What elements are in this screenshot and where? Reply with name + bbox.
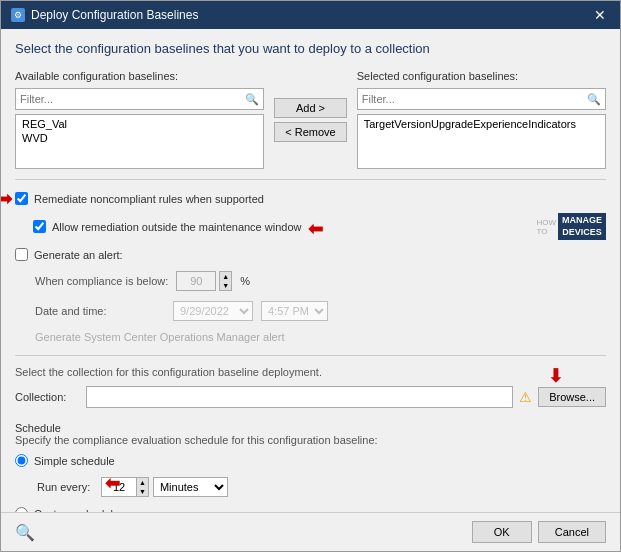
divider2	[15, 355, 606, 356]
arrow-down-icon: ⬇	[548, 365, 563, 387]
compliance-unit: %	[240, 275, 250, 287]
available-list[interactable]: REG_Val WVD	[15, 114, 264, 169]
run-every-unit-select[interactable]: Minutes Hours Days	[153, 477, 228, 497]
footer-search-icon: 🔍	[15, 524, 35, 541]
footer-search-area: 🔍	[15, 523, 35, 542]
collection-row: Collection: ⚠ ⬇ Browse...	[15, 386, 606, 408]
browse-container: ⬇ Browse...	[538, 387, 606, 407]
schedule-label: Schedule	[15, 422, 606, 434]
allow-remediation-checkbox[interactable]	[33, 220, 46, 233]
remediate-checkbox[interactable]	[15, 192, 28, 205]
selected-filter-input[interactable]	[362, 93, 587, 105]
collection-label: Collection:	[15, 391, 80, 403]
allow-remediation-row: Allow remediation outside the maintenanc…	[15, 218, 301, 235]
warning-icon: ⚠	[519, 389, 532, 405]
logo-area: HOWTO MANAGEDEVICES	[536, 213, 606, 240]
divider1	[15, 179, 606, 180]
arrow-run-every-icon: ➡	[105, 473, 120, 495]
available-filter-input[interactable]	[20, 93, 245, 105]
compliance-spinner[interactable]: ▲ ▼	[219, 271, 232, 291]
cancel-button[interactable]: Cancel	[538, 521, 606, 543]
date-select[interactable]: 9/29/2022	[173, 301, 253, 321]
footer: 🔍 OK Cancel	[1, 512, 620, 551]
simple-schedule-row: Simple schedule	[15, 452, 606, 469]
time-select[interactable]: 4:57 PM	[261, 301, 328, 321]
compliance-label: When compliance is below:	[35, 275, 168, 287]
logo-how-text: HOWTO	[536, 218, 556, 236]
list-item[interactable]: WVD	[18, 131, 261, 145]
collection-section-label: Select the collection for this configura…	[15, 366, 606, 378]
page-title: Select the configuration baselines that …	[15, 41, 606, 56]
close-button[interactable]: ✕	[590, 7, 610, 23]
arrow-left-icon: ➡	[1, 188, 12, 210]
run-every-row: Run every: ▲ ▼ ➡ Minutes Hours Days	[15, 475, 606, 499]
compliance-down-button[interactable]: ▼	[220, 281, 231, 290]
content-area: Select the configuration baselines that …	[1, 29, 620, 512]
custom-schedule-row: Custom schedule	[15, 505, 606, 512]
selected-list[interactable]: TargetVersionUpgradeExperienceIndicators	[357, 114, 606, 169]
run-every-label: Run every:	[37, 481, 97, 493]
run-every-spinner[interactable]: ▲ ▼	[136, 477, 149, 497]
remediate-label: Remediate noncompliant rules when suppor…	[34, 193, 264, 205]
collection-input[interactable]	[86, 386, 513, 408]
scom-label: Generate System Center Operations Manage…	[35, 331, 284, 343]
compliance-value-input[interactable]	[176, 271, 216, 291]
run-every-up-button[interactable]: ▲	[137, 478, 148, 487]
add-button[interactable]: Add >	[274, 98, 346, 118]
allow-remediation-section: Allow remediation outside the maintenanc…	[15, 213, 606, 240]
selected-label: Selected configuration baselines:	[357, 70, 606, 82]
arrow-right-icon: ⬅	[308, 218, 323, 240]
selected-filter-box: 🔍	[357, 88, 606, 110]
selected-col: Selected configuration baselines: 🔍 Targ…	[357, 70, 606, 169]
logo-manage-devices: MANAGEDEVICES	[558, 213, 606, 240]
list-item[interactable]: TargetVersionUpgradeExperienceIndicators	[360, 117, 603, 131]
window-icon: ⚙	[11, 8, 25, 22]
allow-remediation-label: Allow remediation outside the maintenanc…	[52, 221, 301, 233]
available-col: Available configuration baselines: 🔍 REG…	[15, 70, 264, 169]
run-every-down-button[interactable]: ▼	[137, 487, 148, 496]
simple-schedule-label: Simple schedule	[34, 455, 115, 467]
remove-button[interactable]: < Remove	[274, 122, 346, 142]
selected-filter-icon: 🔍	[587, 93, 601, 106]
title-bar: ⚙ Deploy Configuration Baselines ✕	[1, 1, 620, 29]
schedule-section: Schedule Specify the compliance evaluati…	[15, 418, 606, 446]
available-filter-box: 🔍	[15, 88, 264, 110]
generate-alert-checkbox[interactable]	[15, 248, 28, 261]
title-bar-left: ⚙ Deploy Configuration Baselines	[11, 8, 198, 22]
ok-button[interactable]: OK	[472, 521, 532, 543]
main-window: ⚙ Deploy Configuration Baselines ✕ Selec…	[0, 0, 621, 552]
scom-row: Generate System Center Operations Manage…	[15, 329, 606, 345]
browse-button[interactable]: Browse...	[538, 387, 606, 407]
compliance-up-button[interactable]: ▲	[220, 272, 231, 281]
add-remove-col: Add > < Remove	[274, 70, 346, 142]
generate-alert-label: Generate an alert:	[34, 249, 123, 261]
baselines-section: Available configuration baselines: 🔍 REG…	[15, 70, 606, 169]
generate-alert-row: Generate an alert:	[15, 246, 606, 263]
date-time-label: Date and time:	[35, 305, 165, 317]
compliance-row: When compliance is below: ▲ ▼ %	[15, 269, 606, 293]
date-time-row: Date and time: 9/29/2022 4:57 PM	[15, 299, 606, 323]
window-title: Deploy Configuration Baselines	[31, 8, 198, 22]
simple-schedule-radio[interactable]	[15, 454, 28, 467]
available-filter-icon: 🔍	[245, 93, 259, 106]
list-item[interactable]: REG_Val	[18, 117, 261, 131]
remediate-row: Remediate noncompliant rules when suppor…	[15, 190, 606, 207]
available-label: Available configuration baselines:	[15, 70, 264, 82]
schedule-sublabel: Specify the compliance evaluation schedu…	[15, 434, 606, 446]
